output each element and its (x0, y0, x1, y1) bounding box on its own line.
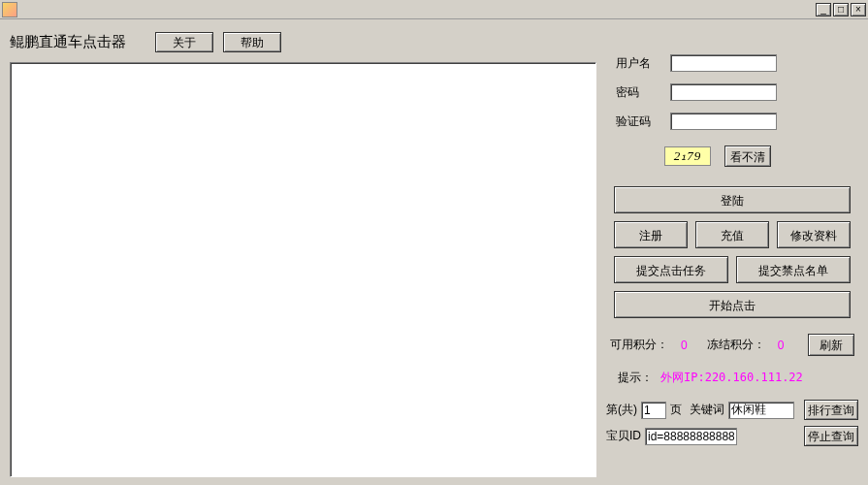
main-panel (10, 62, 596, 477)
start-click-button[interactable]: 开始点击 (614, 291, 851, 318)
password-label: 密码 (616, 84, 659, 101)
keyword-input[interactable] (728, 402, 794, 419)
titlebar: _ □ × (0, 0, 868, 19)
available-points-value: 0 (681, 339, 688, 352)
page-input[interactable] (641, 402, 666, 419)
hint-label: 提示： (618, 370, 653, 386)
page-prefix-label: 第(共) (606, 402, 637, 418)
frozen-points-value: 0 (778, 339, 785, 352)
available-points-label: 可用积分： (610, 337, 668, 353)
captcha-label: 验证码 (616, 113, 659, 130)
about-button[interactable]: 关于 (155, 32, 213, 52)
keyword-label: 关键词 (690, 402, 724, 418)
username-input[interactable] (670, 54, 777, 72)
maximize-button[interactable]: □ (833, 3, 849, 16)
frozen-points-label: 冻结积分： (707, 337, 765, 353)
recharge-button[interactable]: 充值 (695, 221, 769, 248)
minimize-button[interactable]: _ (816, 3, 831, 16)
cant-see-button[interactable]: 看不清 (724, 146, 771, 167)
login-button[interactable]: 登陆 (614, 186, 851, 213)
refresh-button[interactable]: 刷新 (808, 334, 854, 356)
stop-query-button[interactable]: 停止查询 (804, 426, 858, 446)
captcha-input[interactable] (670, 113, 777, 130)
rank-query-button[interactable]: 排行查询 (804, 400, 858, 420)
hint-ip: 外网IP:220.160.111.22 (660, 370, 803, 386)
captcha-image: 2₁79 (664, 146, 711, 166)
app-icon (2, 2, 17, 17)
register-button[interactable]: 注册 (614, 221, 688, 248)
edit-profile-button[interactable]: 修改资料 (777, 221, 851, 248)
password-input[interactable] (670, 83, 777, 101)
item-id-label: 宝贝ID (606, 428, 641, 444)
close-button[interactable]: × (851, 3, 866, 16)
help-button[interactable]: 帮助 (223, 32, 281, 52)
submit-click-task-button[interactable]: 提交点击任务 (614, 256, 728, 283)
username-label: 用户名 (616, 55, 659, 72)
page-suffix-label: 页 (670, 402, 682, 418)
app-title: 鲲鹏直通车点击器 (10, 33, 126, 51)
item-id-input[interactable] (645, 428, 737, 445)
submit-blacklist-button[interactable]: 提交禁点名单 (736, 256, 851, 283)
